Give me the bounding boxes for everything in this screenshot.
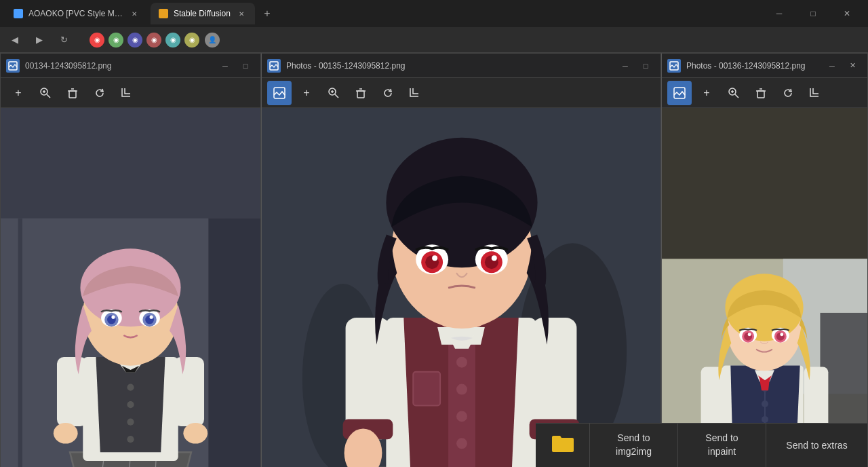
photo-window-2: Photos - 00135-1243095812.png ─ □ +	[261, 53, 661, 467]
window-2-title: Photos - 00135-1243095812.png	[286, 61, 610, 71]
svg-point-38	[111, 316, 115, 319]
svg-rect-117	[804, 367, 829, 430]
crop-button-3[interactable]	[803, 81, 827, 105]
window-1-icon	[6, 59, 20, 73]
maximize-button[interactable]: □	[797, 3, 829, 24]
rotate-button-1[interactable]	[87, 81, 112, 105]
add-button-3[interactable]: +	[694, 81, 719, 105]
svg-point-69	[456, 438, 467, 449]
window-3-icon	[667, 59, 681, 73]
send-inpaint-label: Send toinpaint	[705, 432, 738, 458]
image-icon-3[interactable]	[667, 81, 692, 105]
window-3-minimize[interactable]: ─	[823, 58, 842, 74]
svg-line-2	[47, 94, 50, 98]
svg-point-24	[127, 401, 134, 408]
ext-icon-6[interactable]: ◉	[184, 33, 199, 48]
svg-point-39	[150, 316, 153, 319]
ext-icon-4[interactable]: ◉	[146, 33, 161, 48]
back-button[interactable]: ◀	[5, 31, 24, 50]
svg-point-25	[127, 419, 134, 426]
svg-rect-12	[208, 219, 260, 467]
window-3-close[interactable]: ✕	[843, 58, 862, 74]
window-2-titlebar: Photos - 00135-1243095812.png ─ □	[262, 54, 660, 78]
window-2-controls: ─ □	[616, 58, 655, 74]
window-3-title: Photos - 00136-1243095812.png	[686, 61, 817, 71]
character-2-image	[262, 108, 660, 467]
zoom-button-2[interactable]	[321, 81, 346, 105]
window-1-controls: ─ □	[216, 58, 255, 74]
tab-close-2[interactable]: ✕	[236, 8, 247, 19]
send-to-inpaint-button[interactable]: Send toinpaint	[678, 423, 766, 467]
window-controls: ─ □ ✕	[764, 3, 863, 24]
svg-point-129	[748, 333, 751, 336]
window-3-image-area	[662, 108, 867, 467]
action-buttons-row: Send toimg2img Send toinpaint Send to ex…	[536, 423, 868, 467]
window-1-image-area	[1, 108, 260, 467]
window-1-maximize[interactable]: □	[236, 58, 255, 74]
svg-point-41	[183, 423, 208, 444]
window-3-controls: ─ ✕	[823, 58, 862, 74]
svg-rect-116	[701, 367, 726, 430]
rotate-button-3[interactable]	[776, 81, 800, 105]
window-2-maximize[interactable]: □	[636, 58, 655, 74]
svg-rect-70	[413, 372, 440, 406]
svg-line-91	[735, 94, 738, 98]
svg-rect-48	[357, 91, 364, 98]
svg-rect-5	[69, 91, 76, 98]
forward-button[interactable]: ▶	[30, 31, 49, 50]
add-button-2[interactable]: +	[294, 81, 319, 105]
folder-button[interactable]	[536, 423, 590, 467]
window-2-minimize[interactable]: ─	[616, 58, 635, 74]
new-tab-button[interactable]: +	[258, 4, 277, 23]
window-1-minimize[interactable]: ─	[216, 58, 235, 74]
send-extras-label: Send to extras	[786, 440, 847, 451]
svg-point-87	[492, 255, 497, 261]
ext-icon-1[interactable]: ◉	[90, 33, 104, 48]
reload-button[interactable]: ↻	[54, 31, 73, 50]
svg-point-23	[127, 384, 134, 390]
minimize-button[interactable]: ─	[764, 3, 795, 24]
image-icon-2[interactable]	[267, 81, 292, 105]
delete-button-1[interactable]	[60, 81, 85, 105]
zoom-button-1[interactable]	[33, 81, 58, 105]
character-3-image	[662, 108, 867, 467]
main-content: 00134-1243095812.png ─ □ +	[0, 53, 868, 467]
tab-label-2: Stable Diffusion	[174, 9, 231, 18]
window-2-image-area	[262, 108, 660, 467]
add-button-1[interactable]: +	[6, 81, 31, 105]
tab-stable-diffusion[interactable]: Stable Diffusion ✕	[151, 3, 255, 24]
browser-toolbar-icons: ◉ ◉ ◉ ◉ ◉ ◉ 👤	[84, 33, 220, 48]
svg-point-68	[456, 411, 467, 422]
window-1-titlebar: 00134-1243095812.png ─ □	[1, 54, 260, 78]
close-button[interactable]: ✕	[831, 3, 863, 24]
profile-icon[interactable]: 👤	[205, 33, 220, 48]
tab-favicon-1	[14, 9, 23, 18]
zoom-button-3[interactable]	[722, 81, 746, 105]
window-2-icon	[267, 59, 281, 73]
tab-close-1[interactable]: ✕	[129, 8, 140, 19]
rotate-button-2[interactable]	[376, 81, 400, 105]
window-1-toolbar: +	[1, 78, 260, 108]
svg-point-26	[127, 436, 134, 443]
svg-point-67	[456, 384, 467, 395]
window-3-titlebar: Photos - 00136-1243095812.png ─ ✕	[662, 54, 867, 78]
delete-button-3[interactable]	[749, 81, 773, 105]
send-to-img2img-button[interactable]: Send toimg2img	[590, 423, 678, 467]
ext-icon-3[interactable]: ◉	[127, 33, 142, 48]
svg-point-130	[780, 333, 783, 336]
address-bar-area: ◀ ▶ ↻ ◉ ◉ ◉ ◉ ◉ ◉ 👤	[0, 27, 868, 53]
delete-button-2[interactable]	[349, 81, 373, 105]
ext-icon-2[interactable]: ◉	[108, 33, 123, 48]
ext-icon-5[interactable]: ◉	[165, 33, 180, 48]
svg-point-66	[456, 357, 467, 368]
send-img2img-label: Send toimg2img	[616, 432, 652, 458]
crop-button-1[interactable]	[115, 81, 139, 105]
tab-aoaoko[interactable]: AOAOKO [PVC Style Model] - P... ✕	[5, 3, 148, 24]
crop-button-2[interactable]	[403, 81, 427, 105]
window-2-toolbar: +	[262, 78, 660, 108]
window-3-toolbar: +	[662, 78, 867, 108]
svg-line-45	[335, 94, 338, 98]
send-to-extras-button[interactable]: Send to extras	[766, 423, 868, 467]
window-1-title: 00134-1243095812.png	[25, 61, 210, 71]
photo-window-1: 00134-1243095812.png ─ □ +	[0, 53, 261, 467]
